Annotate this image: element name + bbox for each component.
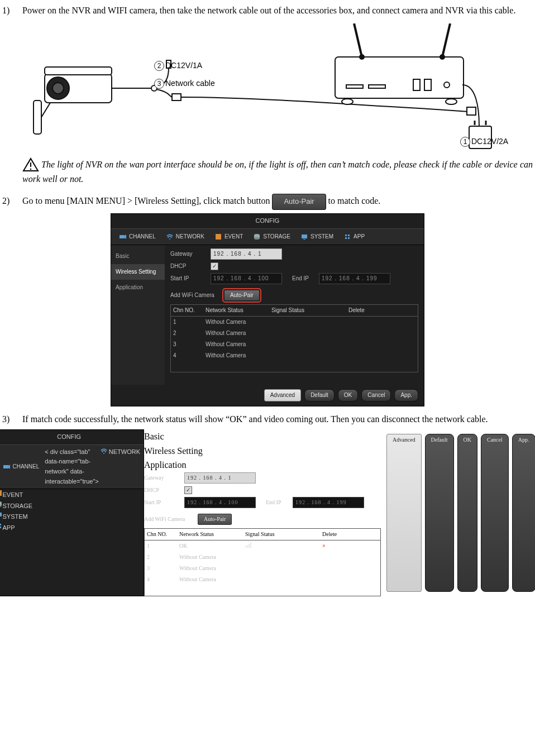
wifi-icon [100,447,108,486]
tab-system[interactable]: SYSTEM [296,231,338,242]
delete-icon[interactable]: × [322,543,326,549]
svg-rect-9 [335,57,464,98]
config-title: CONFIG [111,214,424,228]
svg-marker-41 [8,465,10,469]
config-tabs: CHANNEL < div class="tab" data-name="tab… [0,444,144,489]
config-main: Gateway 192 . 168 . 4 . 1 DHCP ✓ Start I… [144,472,381,596]
svg-rect-47 [0,513,2,516]
input-gateway[interactable]: 192 . 168 . 4 . 1 [211,248,282,260]
label-end-ip: End IP [266,498,293,507]
svg-point-14 [444,82,450,88]
cancel-button[interactable]: Cancel [481,434,509,592]
app-button[interactable]: App. [512,434,535,592]
sidebar-item-application[interactable]: Application [144,458,381,472]
config-main: Gateway 192 . 168 . 4 . 1 DHCP ✓ Start I… [165,245,424,385]
table-row: 2Without Camera [171,328,418,339]
svg-rect-38 [345,237,347,239]
warning-text: The light of NVR on the wan port interfa… [22,160,533,184]
svg-line-18 [442,23,450,57]
svg-rect-52 [0,527,1,528]
step-1-num: 1) [2,3,22,18]
auto-pair-button[interactable]: Auto-Pair [198,514,232,525]
label-dhcp: DHCP [144,486,184,495]
step-1-text: Power on the NVR and WIFI camera, then t… [22,3,533,18]
svg-rect-34 [302,235,307,238]
checkbox-dhcp[interactable]: ✓ [211,262,218,270]
col-chn-no: Chn NO. [145,529,177,540]
signal-bars-icon [243,540,320,552]
advanced-button[interactable]: Advanced [386,434,422,592]
config-button-bar: Advanced Default OK Cancel App. [111,385,424,406]
label-gateway: Gateway [144,473,184,482]
sidebar-item-wireless-setting[interactable]: Wireless Setting [111,264,165,280]
label-start-ip: Start IP [170,274,211,283]
input-end-ip[interactable]: 192 . 168 . 4 . 199 [293,497,364,508]
label-start-ip: Start IP [144,498,184,507]
diagram-label-dc12v-2a: 1DC12V/2A [460,135,508,147]
sidebar-item-application[interactable]: Application [111,280,165,295]
default-button[interactable]: Default [304,389,335,401]
svg-rect-36 [345,235,347,236]
sidebar-item-wireless-setting[interactable]: Wireless Setting [144,444,381,458]
tab-channel[interactable]: CHANNEL [0,447,44,486]
svg-rect-35 [303,239,305,240]
tab-storage[interactable]: STORAGE [0,500,144,511]
camera-icon [3,463,11,471]
col-delete: Delete [346,305,407,316]
input-start-ip[interactable]: 192 . 168 . 4 . 100 [184,497,256,508]
svg-point-3 [52,83,64,94]
warning-note: The light of NVR on the wan port interfa… [22,157,533,186]
tab-app[interactable]: APP [0,522,144,533]
config-window-1: CONFIG CHANNEL NETWORK EVENT STORAGE SYS… [111,213,424,406]
diagram-label-network-cable: 3Network cable [154,77,215,89]
input-gateway[interactable]: 192 . 168 . 4 . 1 [184,472,256,484]
col-network-status: Network Status [177,529,243,540]
label-end-ip: End IP [292,274,319,283]
sidebar-item-basic[interactable]: Basic [144,429,381,444]
camera-icon [119,233,127,241]
svg-rect-1 [45,67,112,75]
tab-system[interactable]: SYSTEM [0,511,144,522]
svg-rect-43 [0,490,2,496]
label-add-wifi-camera: Add WiFi Camera [144,515,198,524]
tab-channel[interactable]: CHANNEL [114,231,160,242]
tab-event[interactable]: EVENT [0,489,144,500]
ok-button[interactable]: OK [457,434,477,592]
svg-rect-10 [346,85,363,88]
tab-network[interactable]: NETWORK [161,231,209,242]
step-3: 3) If match code successfully, the netwo… [2,412,533,427]
auto-pair-button-inline[interactable]: Auto-Pair [272,194,326,210]
tab-storage[interactable]: STORAGE [249,231,295,242]
svg-point-29 [169,238,170,240]
step-1: 1) Power on the NVR and WIFI camera, the… [2,3,533,18]
tab-app[interactable]: APP [339,231,369,242]
svg-rect-39 [348,237,350,239]
app-button[interactable]: App. [394,389,418,401]
svg-line-17 [354,23,362,57]
table-row: 1 OK × [145,540,380,552]
default-button[interactable]: Default [425,434,454,592]
svg-point-42 [103,453,104,454]
cancel-button[interactable]: Cancel [361,389,391,401]
table-row: 3Without Camera [145,563,380,574]
input-end-ip[interactable]: 192 . 168 . 4 . 199 [319,273,390,284]
diagram-label-dc12v-1a: 2DC12V/1A [154,59,202,71]
warning-icon [22,157,39,172]
circle-2: 2 [154,61,164,71]
checkbox-dhcp[interactable]: ✓ [184,486,192,494]
svg-marker-28 [125,235,126,239]
config-title: CONFIG [0,430,144,444]
step-2: 2) Go to menu [MAIN MENU] > [Wireless Se… [2,194,533,210]
advanced-button[interactable]: Advanced [264,389,301,401]
event-icon [214,233,222,241]
sidebar-item-basic[interactable]: Basic [111,248,165,264]
tab-event[interactable]: EVENT [210,231,247,242]
svg-rect-4 [34,101,41,134]
col-signal-status: Signal Status [243,529,320,540]
ok-button[interactable]: OK [338,389,358,401]
table-row: 1Without Camera [171,317,418,328]
auto-pair-button[interactable]: Auto-Pair [224,290,260,301]
label-gateway: Gateway [170,250,211,259]
wiring-diagram: 2DC12V/1A 3Network cable 1DC12V/2A [22,23,514,152]
input-start-ip[interactable]: 192 . 168 . 4 . 100 [211,273,282,284]
